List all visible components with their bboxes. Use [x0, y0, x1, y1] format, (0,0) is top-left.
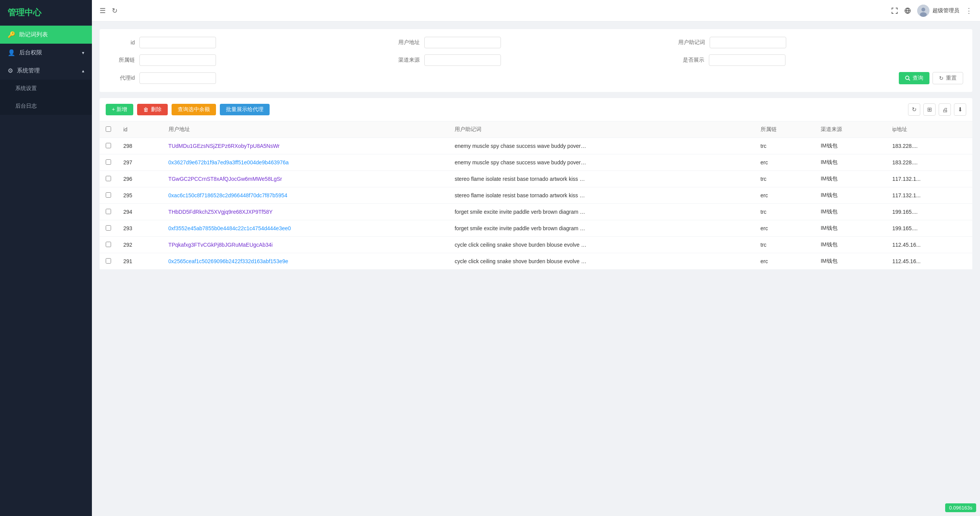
- table-header-row: id 用户地址 用户助记词 所属链 渠道来源 ip地址: [100, 121, 972, 138]
- search-form: id 用户地址 用户助记词 所属链 渠道来源: [100, 29, 972, 92]
- cell-user-addr[interactable]: 0x3627d9e672b1f9a7ed9a3ff51e004de9b46397…: [162, 154, 449, 171]
- th-user-addr: 用户地址: [162, 121, 449, 138]
- table-row: 295 0xac6c150c8f7186528c2d966448f70dc7f8…: [100, 187, 972, 204]
- more-options-icon[interactable]: ⋮: [965, 7, 972, 15]
- row-checkbox-5[interactable]: [106, 225, 111, 231]
- input-display[interactable]: [709, 54, 785, 66]
- input-chain[interactable]: [139, 54, 216, 66]
- label-display: 是否展示: [678, 57, 709, 64]
- cell-chain: trc: [754, 171, 815, 187]
- reset-icon: ↻: [939, 75, 944, 81]
- row-checkbox-4[interactable]: [106, 209, 111, 214]
- row-checkbox-2[interactable]: [106, 176, 111, 181]
- cell-ip: 199.165....: [886, 204, 972, 220]
- cell-chain: erc: [754, 187, 815, 204]
- status-bar: 0.096163s: [945, 503, 976, 512]
- reset-button[interactable]: ↻ 重置: [933, 72, 963, 84]
- row-checkbox-cell: [100, 204, 117, 220]
- cell-mnemonic: stereo flame isolate resist base tornado…: [448, 171, 754, 187]
- cell-id: 297: [117, 154, 162, 171]
- table-row: 291 0x2565ceaf1c50269096b2422f332d163abf…: [100, 253, 972, 270]
- query-balance-button[interactable]: 查询选中余额: [172, 104, 216, 115]
- sidebar-item-sys-settings[interactable]: 系统设置: [0, 80, 92, 97]
- cell-channel: IM钱包: [815, 204, 886, 220]
- input-user-mnemonic[interactable]: [710, 37, 786, 48]
- input-id[interactable]: [139, 37, 216, 48]
- toolbar: + 新增 🗑 删除 查询选中余额 批量展示给代理 ↻ ⊞ 🖨 ⬇: [100, 98, 972, 121]
- grid-view-icon[interactable]: ⊞: [923, 103, 936, 116]
- delete-button[interactable]: 🗑 删除: [137, 104, 168, 115]
- table-row: 297 0x3627d9e672b1f9a7ed9a3ff51e004de9b4…: [100, 154, 972, 171]
- label-user-mnemonic: 用户助记词: [678, 39, 710, 46]
- row-checkbox-1[interactable]: [106, 159, 111, 165]
- label-agent-id: 代理id: [109, 75, 139, 82]
- table-section: + 新增 🗑 删除 查询选中余额 批量展示给代理 ↻ ⊞ 🖨 ⬇: [100, 98, 972, 270]
- svg-point-2: [921, 8, 925, 11]
- input-channel[interactable]: [424, 54, 501, 66]
- cell-user-addr[interactable]: TUdMDu1GEzsNSjZEPz6RXobyTpU8A5NsWr: [162, 138, 449, 154]
- svg-line-5: [909, 79, 910, 81]
- table-row: 294 THbDD5FdRkchZ5XVgjq9re68XJXP9Tf58Y f…: [100, 204, 972, 220]
- input-agent-id[interactable]: [139, 72, 216, 84]
- cell-id: 296: [117, 171, 162, 187]
- refresh-table-icon[interactable]: ↻: [908, 103, 920, 116]
- cell-user-addr[interactable]: THbDD5FdRkchZ5XVgjq9re68XJXP9Tf58Y: [162, 204, 449, 220]
- cell-user-addr[interactable]: 0x2565ceaf1c50269096b2422f332d163abf153e…: [162, 253, 449, 270]
- sidebar: 管理中心 🔑 助记词列表 👤 后台权限 ▾ ⚙ 系统管理 ▴ 系统设置 后台日志: [0, 0, 92, 516]
- search-field-user-mnemonic: 用户助记词: [678, 37, 963, 48]
- add-button[interactable]: + 新增: [106, 104, 133, 115]
- cell-user-addr[interactable]: TPqkafxg3FTvCGkPj8bJGRuMaEUgcAb34i: [162, 237, 449, 253]
- cell-channel: IM钱包: [815, 187, 886, 204]
- fullscreen-icon[interactable]: [891, 7, 898, 14]
- export-icon[interactable]: ⬇: [954, 103, 966, 116]
- search-field-chain: 所属链: [109, 54, 394, 66]
- main-content: ☰ ↻: [92, 0, 980, 516]
- cell-chain: trc: [754, 138, 815, 154]
- cell-user-addr[interactable]: TGwGC2PCCrnST8xAfQJocGw6mMWe58LgSr: [162, 171, 449, 187]
- row-checkbox-cell: [100, 171, 117, 187]
- th-chain: 所属链: [754, 121, 815, 138]
- sidebar-item-mnemonic-list[interactable]: 🔑 助记词列表: [0, 26, 92, 44]
- search-row-2: 所属链 渠道来源 是否展示: [109, 54, 963, 66]
- cell-channel: IM钱包: [815, 138, 886, 154]
- query-button[interactable]: 查询: [899, 72, 929, 84]
- cell-id: 294: [117, 204, 162, 220]
- globe-icon[interactable]: [904, 7, 911, 14]
- cell-channel: IM钱包: [815, 237, 886, 253]
- search-row-1: id 用户地址 用户助记词: [109, 37, 963, 48]
- user-name: 超级管理员: [933, 7, 959, 14]
- sidebar-item-sys-manage[interactable]: ⚙ 系统管理 ▴: [0, 62, 92, 80]
- sidebar-item-label: 系统管理: [17, 67, 40, 74]
- cell-user-addr[interactable]: 0xac6c150c8f7186528c2d966448f70dc7f87b59…: [162, 187, 449, 204]
- cell-user-addr[interactable]: 0xf3552e45ab7855b0e4484c22c1c4754d444e3e…: [162, 220, 449, 237]
- row-checkbox-7[interactable]: [106, 258, 111, 264]
- sidebar-sub-label: 后台日志: [15, 103, 37, 110]
- svg-point-3: [920, 12, 927, 17]
- page-content: id 用户地址 用户助记词 所属链 渠道来源: [92, 21, 980, 516]
- cell-ip: 112.45.16...: [886, 237, 972, 253]
- cell-ip: 112.45.16...: [886, 253, 972, 270]
- refresh-icon[interactable]: ↻: [112, 7, 118, 15]
- input-user-addr[interactable]: [424, 37, 501, 48]
- row-checkbox-6[interactable]: [106, 242, 111, 247]
- sidebar-item-backend-perm[interactable]: 👤 后台权限 ▾: [0, 44, 92, 62]
- row-checkbox-3[interactable]: [106, 192, 111, 198]
- cell-id: 292: [117, 237, 162, 253]
- sidebar-item-backend-log[interactable]: 后台日志: [0, 97, 92, 115]
- chevron-down-icon: ▾: [82, 50, 84, 56]
- user-info[interactable]: 超级管理员: [917, 5, 959, 17]
- batch-display-button[interactable]: 批量展示给代理: [220, 104, 270, 115]
- select-all-checkbox[interactable]: [106, 126, 111, 132]
- search-field-channel: 渠道来源: [394, 54, 679, 66]
- cell-channel: IM钱包: [815, 154, 886, 171]
- cell-mnemonic: forget smile excite invite paddle verb b…: [448, 204, 754, 220]
- cell-ip: 199.165....: [886, 220, 972, 237]
- collapse-icon[interactable]: ☰: [100, 7, 106, 15]
- row-checkbox-cell: [100, 220, 117, 237]
- search-field-id: id: [109, 37, 394, 48]
- row-checkbox-0[interactable]: [106, 143, 111, 148]
- cell-id: 298: [117, 138, 162, 154]
- th-channel: 渠道来源: [815, 121, 886, 138]
- print-icon[interactable]: 🖨: [939, 103, 951, 116]
- cell-ip: 117.132.1...: [886, 171, 972, 187]
